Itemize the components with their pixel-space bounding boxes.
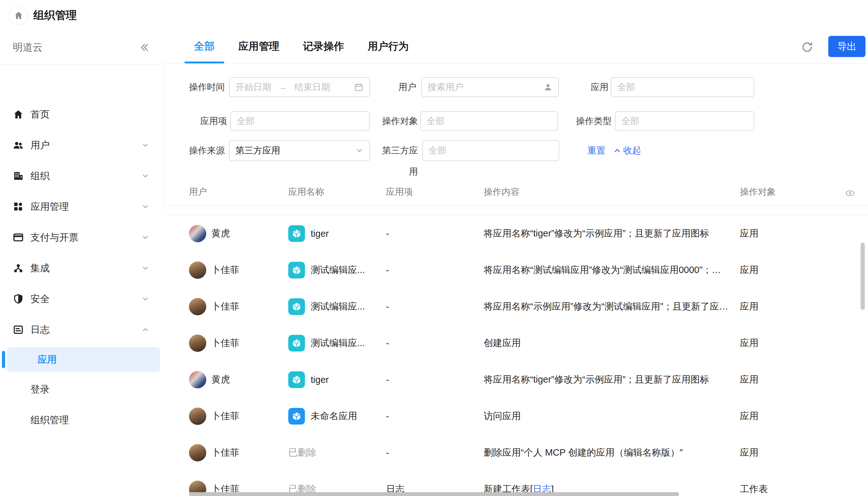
apps-icon (13, 201, 24, 212)
horizontal-scrollbar-thumb[interactable] (189, 492, 679, 496)
credit-card-icon (13, 232, 24, 243)
app-name: 未命名应用 (311, 410, 357, 423)
double-chevron-left-icon (139, 42, 149, 52)
date-range-input[interactable]: 开始日期 → 结束日期 (229, 77, 370, 97)
home-button[interactable] (9, 6, 28, 25)
user-name: 卜佳菲 (211, 264, 239, 277)
operation-content: 将应用名称“tiger”修改为“示例应用”；且更新了应用图标 (484, 361, 730, 398)
tab-label: 应用管理 (238, 41, 279, 52)
reset-link[interactable]: 重置 (587, 140, 605, 161)
col-content: 操作内容 (484, 181, 520, 206)
app-item: - (386, 398, 389, 434)
chevron-down-icon (141, 141, 149, 149)
start-date-placeholder: 开始日期 (235, 81, 271, 93)
home-icon (14, 11, 23, 20)
app-name: tiger (311, 229, 329, 239)
third-party-filter-field[interactable] (422, 140, 559, 161)
app-filter-input[interactable] (617, 82, 748, 92)
tab-app-management[interactable]: 应用管理 (229, 30, 289, 63)
sidebar-item-billing[interactable]: 支付与开票 (0, 222, 164, 253)
avatar (189, 371, 206, 388)
vertical-scrollbar-thumb[interactable] (861, 243, 865, 310)
refresh-button[interactable] (801, 41, 814, 53)
sidebar-item-users[interactable]: 用户 (0, 130, 164, 160)
tab-label: 用户行为 (368, 41, 409, 52)
sidebar-subitem-login[interactable]: 登录 (0, 374, 164, 405)
tab-all[interactable]: 全部 (185, 30, 224, 63)
sidebar-subitems: 登录 组织管理 (0, 374, 164, 435)
target-filter-field[interactable] (420, 111, 558, 131)
avatar (189, 335, 206, 352)
app-item-filter-input[interactable] (237, 116, 363, 126)
operation-target: 应用 (740, 289, 758, 325)
target-filter-input[interactable] (427, 116, 552, 126)
chevron-up-icon (613, 146, 621, 155)
app-brick-icon (288, 408, 305, 424)
app-item: - (386, 434, 389, 471)
app-item: - (386, 325, 389, 361)
refresh-icon (801, 41, 814, 53)
app-item: - (386, 289, 389, 325)
chevron-down-icon (141, 233, 149, 242)
collapse-filters-link[interactable]: 收起 (613, 140, 641, 161)
sidebar-item-home[interactable]: 首页 (0, 99, 164, 130)
table-row: 黄虎 tiger - 将应用名称“tiger”修改为“示例应用”；且更新了应用图… (164, 361, 868, 398)
avatar (189, 298, 206, 315)
user-name: 卜佳菲 (211, 410, 239, 423)
operation-target: 应用 (740, 215, 758, 252)
sidebar-item-label: 日志 (30, 323, 50, 337)
sidebar-item-label: 首页 (30, 108, 50, 121)
sidebar-subitem-app[interactable]: 应用 (7, 347, 160, 372)
filter-label-time: 操作时间 (177, 77, 225, 97)
column-visibility-button[interactable] (845, 181, 855, 206)
sidebar-item-security[interactable]: 安全 (0, 283, 164, 314)
app-item: - (386, 215, 389, 252)
sidebar-item-app-management[interactable]: 应用管理 (0, 191, 164, 222)
app-item: - (386, 252, 389, 289)
operation-content: 将应用名称“测试编辑应用”修改为“测试编辑应用0000”；… (484, 252, 730, 289)
operation-content: 创建应用 (484, 325, 730, 361)
tab-user-behavior[interactable]: 用户行为 (358, 30, 418, 63)
sidebar-item-logs[interactable]: 日志 (0, 314, 164, 345)
app-name: 测试编辑应... (311, 337, 365, 350)
type-filter-input[interactable] (621, 116, 748, 126)
operation-content: 将应用名称“tiger”修改为“示例应用”；且更新了应用图标 (484, 215, 730, 252)
operation-content: 访问应用 (484, 398, 730, 434)
third-party-filter-input[interactable] (429, 145, 553, 156)
page-title: 组织管理 (33, 0, 77, 30)
source-select[interactable]: 第三方应用 (229, 140, 370, 161)
app-name: 测试编辑应... (311, 264, 365, 277)
sidebar-collapse-button[interactable] (138, 41, 151, 54)
type-filter-field[interactable] (615, 111, 754, 131)
app-item-filter-field[interactable] (230, 111, 369, 131)
table-row-partial-top (164, 206, 868, 215)
chevron-down-icon (141, 202, 149, 211)
app-name: tiger (311, 375, 329, 385)
user-search-field[interactable] (421, 77, 559, 97)
sidebar-subitem-org-management[interactable]: 组织管理 (0, 405, 164, 435)
col-app: 应用名称 (288, 181, 324, 206)
sidebar-item-label: 安全 (30, 293, 50, 306)
table-row: 卜佳菲 测试编辑应... - 将应用名称“示例应用”修改为“测试编辑应用”；且更… (164, 289, 868, 325)
app-name: 测试编辑应... (311, 300, 365, 313)
col-user: 用户 (189, 181, 207, 206)
sidebar: 明道云 首页 用户 组织 (0, 30, 164, 496)
app-brick-icon (288, 262, 305, 278)
filter-label-type: 操作类型 (573, 111, 612, 131)
sidebar-item-label: 集成 (30, 262, 50, 275)
operation-target: 应用 (740, 252, 758, 289)
sidebar-item-label: 组织 (30, 170, 50, 183)
end-date-placeholder: 结束日期 (294, 81, 330, 93)
user-name: 卜佳菲 (211, 300, 239, 313)
col-item: 应用项 (386, 181, 413, 206)
person-icon (543, 83, 553, 92)
table-row: 卜佳菲 测试编辑应... - 创建应用 应用 (164, 325, 868, 362)
sidebar-item-integration[interactable]: 集成 (0, 253, 164, 283)
app-filter-field[interactable] (611, 77, 754, 97)
user-search-input[interactable] (428, 82, 543, 92)
sidebar-item-organization[interactable]: 组织 (0, 160, 164, 191)
operation-target: 应用 (740, 361, 758, 398)
sidebar-subitem-label: 组织管理 (30, 414, 69, 427)
export-button[interactable]: 导出 (828, 36, 865, 57)
tab-record-actions[interactable]: 记录操作 (294, 30, 353, 63)
